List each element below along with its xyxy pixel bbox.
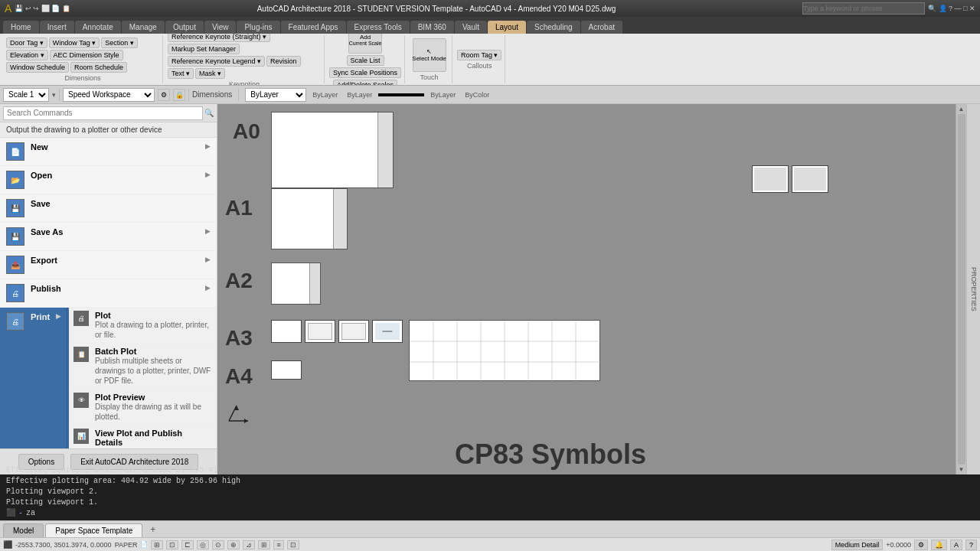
tab-acrobat[interactable]: Acrobat xyxy=(581,21,622,34)
tab-manage[interactable]: Manage xyxy=(122,21,165,34)
print-icon: 🖨 xyxy=(6,312,24,331)
keyword-search[interactable] xyxy=(802,2,925,15)
tab-scheduling[interactable]: Scheduling xyxy=(527,21,580,34)
revision-btn[interactable]: Revision xyxy=(266,56,301,67)
menu-item-print[interactable]: 🖨 Print ▶ xyxy=(0,308,67,448)
svg-marker-11 xyxy=(244,419,248,423)
scroll-down-arrow[interactable]: ▼ xyxy=(959,466,965,473)
tab-vault[interactable]: Vault xyxy=(455,21,487,34)
help-btn[interactable]: ? xyxy=(965,540,977,550)
notification-btn[interactable]: 🔔 xyxy=(931,540,947,550)
window-tag-btn[interactable]: Window Tag ▾ xyxy=(49,37,100,48)
menu-item-new[interactable]: 📄 New ▶ xyxy=(0,138,217,166)
ribbon-group-select-mode: ↖ Select Mode Touch xyxy=(407,35,452,83)
submenu-plot-preview[interactable]: 👁 Plot Preview Display the drawing as it… xyxy=(69,390,217,425)
symbols-grid-svg xyxy=(410,321,601,382)
scroll-thumb[interactable] xyxy=(958,114,965,465)
tab-insert[interactable]: Insert xyxy=(40,21,74,34)
room-schedule-btn[interactable]: Room Schedule xyxy=(70,62,127,73)
paper-icon: 📄 xyxy=(140,541,148,548)
grid-toggle[interactable]: ⊞ xyxy=(151,540,163,549)
add-delete-scales-btn[interactable]: Add/Delete Scales xyxy=(333,80,397,86)
aec-dim-style-btn[interactable]: AEC Dimension Style xyxy=(50,50,123,60)
bylayer-label1: ByLayer xyxy=(312,91,338,99)
print-submenu: 🖨 Plot Plot a drawing to a plotter, prin… xyxy=(67,308,217,448)
right-properties-panel[interactable]: PROPERTIES xyxy=(966,104,980,474)
a4-section: A4 xyxy=(225,364,253,389)
markup-set-mgr-btn[interactable]: Markup Set Manager xyxy=(168,44,240,54)
submenu-view-plot[interactable]: 📊 View Plot and Publish Details Display … xyxy=(69,425,217,448)
tab-express[interactable]: Express Tools xyxy=(347,21,410,34)
scale-select[interactable]: Scale 1 xyxy=(3,88,49,102)
tab-output[interactable]: Output xyxy=(165,21,204,34)
canvas-scroll-right[interactable]: ▲ ▼ xyxy=(956,104,966,474)
ducs-toggle[interactable]: ⊿ xyxy=(243,540,255,549)
snap-toggle[interactable]: ⊡ xyxy=(166,540,178,549)
detail-level-btn[interactable]: Medium Detail xyxy=(831,540,884,550)
tab-bim360[interactable]: BIM 360 xyxy=(410,21,454,34)
ref-keynote-straight-btn[interactable]: Reference Keynote (Straight) ▾ xyxy=(168,34,270,42)
polar-toggle[interactable]: ◎ xyxy=(197,540,209,549)
ref-keynote-legend-btn[interactable]: Reference Keynote Legend ▾ xyxy=(168,56,265,67)
ribbon-group-dimensions-label: Dimensions xyxy=(64,74,100,82)
add-current-scale-btn[interactable]: 📏 Add Current Scale xyxy=(348,34,382,54)
publish-arrow: ▶ xyxy=(205,284,211,292)
bycolor-label: ByColor xyxy=(465,91,489,99)
a1-frame xyxy=(271,188,348,249)
tab-featured-apps[interactable]: Featured Apps xyxy=(281,21,346,34)
submenu-batch-plot[interactable]: 📋 Batch Plot Publish multiple sheets or … xyxy=(69,344,217,390)
lw-toggle[interactable]: ≡ xyxy=(273,540,283,549)
tab-layout[interactable]: Layout xyxy=(488,21,526,34)
window-schedule-btn[interactable]: Window Schedule xyxy=(6,62,69,73)
select-mode-btn[interactable]: ↖ Select Mode xyxy=(413,38,446,72)
cmd-prompt[interactable]: ⬛ - xyxy=(6,508,974,517)
otrack-toggle[interactable]: ⊕ xyxy=(227,540,240,549)
scroll-up-arrow[interactable]: ▲ xyxy=(959,106,965,112)
save-as-title: Save As xyxy=(31,227,199,236)
tab-annotate[interactable]: Annotate xyxy=(75,21,121,34)
elevation-btn[interactable]: Elevation ▾ xyxy=(6,50,48,60)
ucs-icon xyxy=(225,398,256,429)
title-bar-right: 🔍 👤 ? — □ ✕ xyxy=(802,2,975,15)
text-btn[interactable]: Text ▾ xyxy=(168,68,194,79)
menu-item-publish[interactable]: 🖨 Publish ▶ xyxy=(0,279,217,308)
tab-plugins[interactable]: Plug-ins xyxy=(237,21,279,34)
title-bar-left: A 💾 ↩ ↪ ⬜ 📄 📋 xyxy=(5,2,70,15)
scale-list-btn[interactable]: Scale List xyxy=(347,55,384,66)
menu-item-save[interactable]: 💾 Save xyxy=(0,194,217,223)
workspace-settings-btn[interactable]: ⚙ xyxy=(158,89,170,101)
tab-view[interactable]: View xyxy=(204,21,237,34)
layer-select[interactable]: ByLayer xyxy=(245,88,306,102)
add-tab-button[interactable]: + xyxy=(144,522,162,537)
sync-scale-positions-btn[interactable]: Sync Scale Positions xyxy=(329,67,401,78)
a0-label: A0 xyxy=(233,119,260,144)
a3-thumb3-inner xyxy=(341,323,366,340)
canvas-area[interactable]: A0 A1 A2 A3 xyxy=(217,104,966,474)
menu-item-open[interactable]: 📂 Open ▶ xyxy=(0,166,217,194)
workspace-lock-btn[interactable]: 🔒 xyxy=(173,89,185,101)
ortho-toggle[interactable]: ⊏ xyxy=(181,540,194,549)
workspace-select[interactable]: Speed Workspace xyxy=(63,88,155,102)
tab-model[interactable]: Model xyxy=(3,523,44,537)
section-btn[interactable]: Section ▾ xyxy=(101,37,138,48)
tab-home[interactable]: Home xyxy=(3,21,39,34)
command-line: Effective plotting area: 418.41 wide by … xyxy=(0,474,980,520)
door-tag-btn[interactable]: Door Tag ▾ xyxy=(6,37,47,48)
a3-thumb4: ═══ xyxy=(372,320,403,343)
dyn-toggle[interactable]: ⊞ xyxy=(258,540,270,549)
new-title: New xyxy=(31,142,199,152)
menu-item-save-as[interactable]: 💾 Save As ▶ xyxy=(0,223,217,251)
bylayer-label2: ByLayer xyxy=(347,91,372,99)
mask-btn[interactable]: Mask ▾ xyxy=(195,68,225,79)
search-commands-input[interactable] xyxy=(3,106,203,120)
autodesk-btn[interactable]: A xyxy=(950,540,962,550)
submenu-plot[interactable]: 🖨 Plot Plot a drawing to a plotter, prin… xyxy=(69,308,217,344)
tab-paper-space-template[interactable]: Paper Space Template xyxy=(45,523,142,537)
workspace-settings-status-btn[interactable]: ⚙ xyxy=(914,540,928,550)
command-input[interactable] xyxy=(26,509,179,517)
room-tag-btn[interactable]: Room Tag ▾ xyxy=(457,50,501,60)
menu-item-export[interactable]: 📤 Export ▶ xyxy=(0,251,217,279)
tp-toggle[interactable]: ⊡ xyxy=(287,540,299,549)
osnap-toggle[interactable]: ⊙ xyxy=(212,540,224,549)
open-icon: 📂 xyxy=(6,171,24,189)
